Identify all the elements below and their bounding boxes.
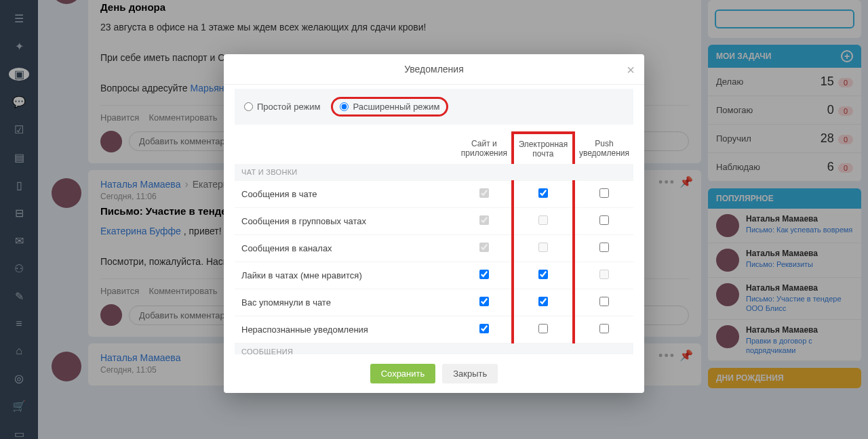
modal-title: Уведомления xyxy=(404,64,464,75)
notify-checkbox[interactable] xyxy=(538,270,548,279)
notify-checkbox[interactable] xyxy=(599,188,609,198)
section-header: ЧАТ И ЗВОНКИ xyxy=(235,164,633,181)
col-email: Электронная почта xyxy=(513,133,574,164)
notify-checkbox[interactable] xyxy=(479,324,489,333)
notify-checkbox[interactable] xyxy=(599,215,609,225)
notify-checkbox[interactable] xyxy=(538,324,548,333)
notifications-modal: Уведомления × Простой режим Расширенный … xyxy=(224,54,644,393)
modal-footer: Сохранить Закрыть xyxy=(224,354,644,393)
table-row: Сообщения в каналах xyxy=(235,235,633,262)
row-label: Сообщения в групповых чатах xyxy=(235,208,457,235)
row-label: Нераспознанные уведомления xyxy=(235,316,457,343)
save-button[interactable]: Сохранить xyxy=(370,364,436,383)
mode-switch: Простой режим Расширенный режим xyxy=(235,89,633,125)
row-label: Сообщения в каналах xyxy=(235,235,457,262)
modal-header: Уведомления × xyxy=(224,54,644,85)
table-row: Сообщения в чате xyxy=(235,181,633,208)
modal-body: Простой режим Расширенный режим Сайт и п… xyxy=(224,85,644,354)
table-row: Лайки в чатах (мне нравится) xyxy=(235,262,633,289)
notify-checkbox xyxy=(538,243,548,252)
extended-mode-radio[interactable]: Расширенный режим xyxy=(331,97,448,117)
table-row: Сообщения в групповых чатах xyxy=(235,208,633,235)
notify-checkbox[interactable] xyxy=(538,188,548,198)
notify-checkbox[interactable] xyxy=(479,270,489,279)
notify-checkbox[interactable] xyxy=(599,243,609,252)
row-label: Сообщения в чате xyxy=(235,181,457,208)
notify-checkbox[interactable] xyxy=(479,297,489,306)
notify-checkbox xyxy=(599,270,609,279)
notify-checkbox xyxy=(479,188,489,198)
notify-checkbox[interactable] xyxy=(599,324,609,333)
close-button[interactable]: Закрыть xyxy=(442,364,498,383)
col-push: Push уведомления xyxy=(574,133,633,164)
notify-checkbox[interactable] xyxy=(599,297,609,306)
notify-checkbox[interactable] xyxy=(538,297,548,306)
notify-checkbox xyxy=(479,243,489,252)
close-icon[interactable]: × xyxy=(627,62,635,78)
row-label: Вас упомянули в чате xyxy=(235,289,457,316)
row-label: Лайки в чатах (мне нравится) xyxy=(235,262,457,289)
table-row: Вас упомянули в чате xyxy=(235,289,633,316)
notify-checkbox xyxy=(479,215,489,225)
col-site: Сайт и приложения xyxy=(457,133,513,164)
table-row: Нераспознанные уведомления xyxy=(235,316,633,343)
section-header: СООБЩЕНИЯ xyxy=(235,343,633,355)
notifications-table: Сайт и приложения Электронная почта Push… xyxy=(235,131,633,354)
notify-checkbox xyxy=(538,215,548,225)
simple-mode-radio[interactable]: Простой режим xyxy=(244,102,320,112)
